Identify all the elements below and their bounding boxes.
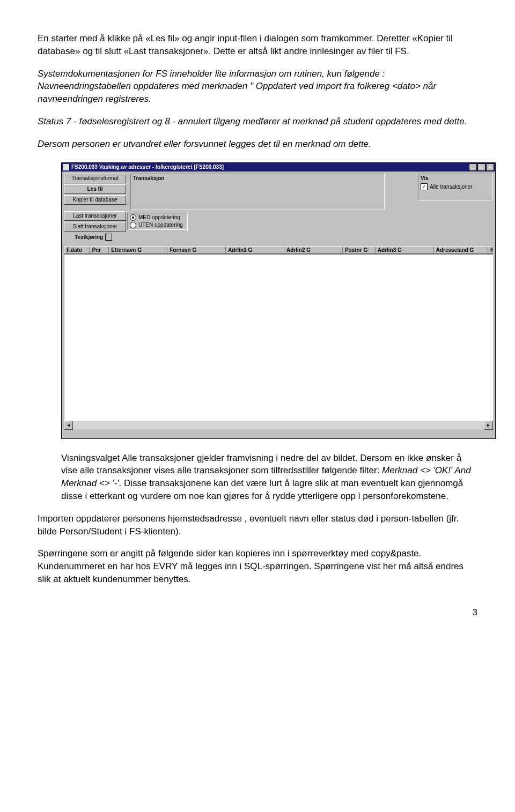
statusbar: [64, 429, 493, 437]
kopier-til-database-button[interactable]: Kopier til database: [64, 195, 126, 205]
les-fil-button[interactable]: Les fil: [64, 184, 126, 194]
col-pnr[interactable]: Pnr: [90, 247, 109, 254]
col-adresseland[interactable]: Adresseland G: [434, 247, 488, 254]
transaksjon-groupbox: Transaksjon: [130, 174, 385, 210]
close-button[interactable]: ×: [486, 163, 494, 171]
paragraph-5: Visningsvalget Alle transaksjoner gjelde…: [61, 452, 477, 503]
col-postnr[interactable]: Postnr G: [343, 247, 376, 254]
vis-groupbox: Vis ✓ Alle transaksjoner: [418, 174, 493, 200]
paragraph-2: Systemdokumentasjonen for FS inneholder …: [38, 68, 477, 106]
minimize-button[interactable]: _: [469, 163, 477, 171]
med-oppdatering-radio[interactable]: [130, 214, 136, 221]
app-window: FS200.033 Vasking av adresser - folkereg…: [61, 162, 496, 439]
data-grid[interactable]: [64, 254, 493, 421]
titlebar[interactable]: FS200.033 Vasking av adresser - folkereg…: [62, 163, 495, 172]
paragraph-7: Spørringene som er angitt på følgende si…: [38, 547, 477, 585]
scroll-left-icon[interactable]: ◄: [64, 421, 73, 430]
transaksjon-label: Transaksjon: [133, 175, 164, 181]
col-adrlin1[interactable]: Adrlin1 G: [226, 247, 284, 254]
horizontal-scrollbar[interactable]: ◄ ►: [64, 421, 493, 429]
alle-transaksjoner-label: Alle transaksjoner: [430, 184, 472, 190]
col-fdato[interactable]: F.dato: [64, 247, 90, 254]
window-title: FS200.033 Vasking av adresser - folkereg…: [71, 164, 224, 170]
testkjoring-checkbox[interactable]: [105, 234, 112, 241]
testkjoring-label: Testkjøring: [75, 234, 103, 240]
paragraph-6: Importen oppdaterer personens hjemstedsa…: [38, 512, 477, 538]
oppdatering-radio-group: MED oppdatering UTEN oppdatering: [127, 213, 188, 230]
app-screenshot: FS200.033 Vasking av adresser - folkereg…: [61, 162, 477, 439]
scroll-right-icon[interactable]: ►: [484, 421, 493, 430]
vis-label: Vis: [421, 175, 429, 181]
slett-transaksjoner-button[interactable]: Slett transaksjoner: [64, 222, 126, 232]
paragraph-4: Dersom personen er utvandret eller forsv…: [38, 138, 477, 151]
col-fornavn[interactable]: Fornavn G: [167, 247, 226, 254]
app-icon: [63, 164, 69, 170]
client-area: Transaksjonsformat Les fil Kopier til da…: [62, 172, 495, 438]
maximize-button[interactable]: □: [477, 163, 485, 171]
alle-transaksjoner-checkbox[interactable]: ✓: [421, 183, 428, 190]
paragraph-1: En starter med å klikke på «Les fil» og …: [38, 32, 477, 58]
col-etternavn[interactable]: Etternavn G: [109, 247, 167, 254]
med-oppdatering-label: MED oppdatering: [138, 214, 180, 220]
page-number: 3: [38, 607, 477, 618]
last-transaksjoner-button[interactable]: Last transaksjoner: [64, 211, 126, 221]
para5-part-c: . Disse transaksjonene kan det være lurt…: [61, 478, 463, 501]
col-adrlin3[interactable]: Adrlin3 G: [376, 247, 434, 254]
uten-oppdatering-radio[interactable]: [130, 222, 136, 228]
paragraph-3: Status 7 - fødselesregistrert og 8 - ann…: [38, 115, 477, 128]
table-header: F.dato Pnr Etternavn G Fornavn G Adrlin1…: [64, 246, 493, 254]
col-adrlin2[interactable]: Adrlin2 G: [284, 247, 343, 254]
col-kd[interactable]: Kd: [488, 247, 493, 254]
transaksjonsformat-button[interactable]: Transaksjonsformat: [64, 174, 126, 183]
uten-oppdatering-label: UTEN oppdatering: [138, 222, 183, 228]
scroll-track[interactable]: [73, 421, 484, 429]
